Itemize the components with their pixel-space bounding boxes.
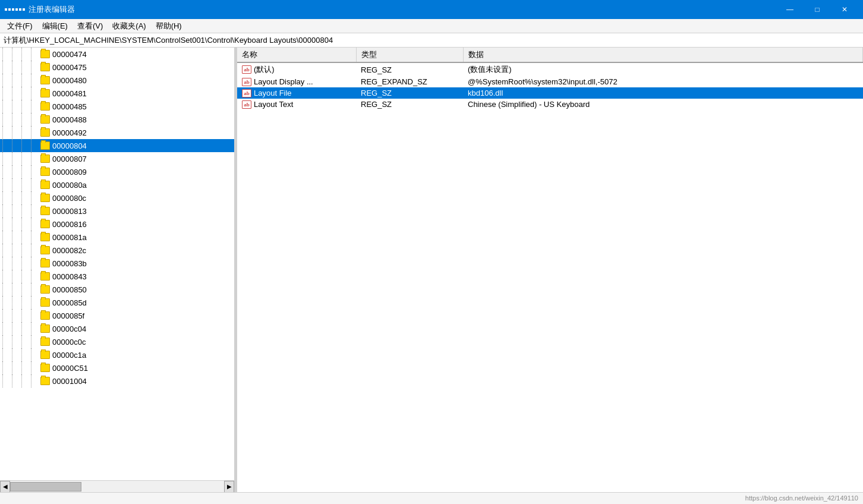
col-header-name[interactable]: 名称: [237, 48, 356, 62]
folder-icon: [40, 115, 50, 124]
vert-line-3: [31, 361, 40, 374]
tree-item[interactable]: 00000804: [0, 139, 234, 152]
table-header-row: 名称 类型 数据: [237, 48, 863, 62]
tree-item[interactable]: 00000C51: [0, 361, 234, 374]
folder-icon: [40, 351, 50, 359]
maximize-button[interactable]: □: [804, 0, 831, 19]
close-button[interactable]: ✕: [831, 0, 858, 19]
scroll-right-btn[interactable]: ▶: [224, 481, 234, 493]
vert-line-1: [12, 139, 21, 152]
vert-line-1: [12, 335, 21, 348]
vert-line-3: [31, 74, 40, 87]
tree-item[interactable]: 0000080a: [0, 178, 234, 191]
vert-line-1: [12, 100, 21, 113]
menu-file[interactable]: 文件(F): [2, 20, 37, 33]
menu-favorites[interactable]: 收藏夹(A): [108, 20, 150, 33]
reg-value-icon: ab: [242, 100, 251, 109]
vert-line-2: [21, 374, 31, 388]
tree-item[interactable]: 00000492: [0, 126, 234, 139]
tree-item[interactable]: 00000485: [0, 100, 234, 113]
tree-item[interactable]: 00000c1a: [0, 348, 234, 361]
vert-line-2: [21, 165, 31, 178]
tree-item[interactable]: 00000c0c: [0, 335, 234, 348]
table-row[interactable]: abLayout FileREG_SZkbd106.dll: [237, 87, 863, 99]
vert-line-0: [2, 335, 12, 348]
tree-item[interactable]: 0000085f: [0, 309, 234, 322]
table-row[interactable]: ab(默认)REG_SZ(数值未设置): [237, 62, 863, 76]
folder-icon: [40, 338, 50, 346]
tree-item[interactable]: 00000488: [0, 113, 234, 126]
table-row[interactable]: abLayout Display ...REG_EXPAND_SZ@%Syste…: [237, 76, 863, 87]
menu-view[interactable]: 查看(V): [73, 20, 108, 33]
cell-name: abLayout Text: [237, 99, 356, 110]
tree-item[interactable]: 0000081a: [0, 231, 234, 244]
scroll-track[interactable]: [10, 481, 224, 492]
app-icon: [5, 8, 25, 11]
vert-line-2: [21, 348, 31, 361]
cell-type: REG_EXPAND_SZ: [356, 76, 463, 87]
tree-item[interactable]: 00000475: [0, 61, 234, 74]
minimize-button[interactable]: —: [776, 0, 804, 19]
tree-item[interactable]: 00000809: [0, 165, 234, 178]
menu-edit[interactable]: 编辑(E): [37, 20, 73, 33]
tree-item[interactable]: 00000850: [0, 283, 234, 296]
vert-line-3: [31, 218, 40, 231]
folder-icon: [40, 194, 50, 202]
tree-item[interactable]: 00000474: [0, 48, 234, 61]
tree-item[interactable]: 00000843: [0, 270, 234, 283]
scroll-left-btn[interactable]: ◀: [0, 481, 10, 493]
tree-item[interactable]: 0000080c: [0, 191, 234, 204]
tree-label: 00000485: [52, 102, 87, 111]
tree-item[interactable]: 00000480: [0, 74, 234, 87]
tree-hscrollbar[interactable]: ◀ ▶: [0, 480, 234, 492]
vert-line-3: [31, 87, 40, 100]
vert-line-1: [12, 244, 21, 257]
vert-line-0: [2, 231, 12, 244]
tree-item[interactable]: 00001004: [0, 374, 234, 388]
tree-item[interactable]: 00000c04: [0, 322, 234, 335]
vert-line-2: [21, 126, 31, 139]
folder-icon: [40, 311, 50, 320]
vert-line-0: [2, 87, 12, 100]
vert-line-2: [21, 113, 31, 126]
reg-name-label: Layout Display ...: [254, 77, 313, 86]
title-controls: — □ ✕: [776, 0, 858, 19]
vert-line-2: [21, 218, 31, 231]
folder-icon: [40, 377, 50, 385]
vert-line-3: [31, 322, 40, 335]
cell-name: abLayout Display ...: [237, 76, 356, 87]
cell-name: ab(默认): [237, 62, 356, 76]
table-row[interactable]: abLayout TextREG_SZChinese (Simplified) …: [237, 99, 863, 110]
col-header-type[interactable]: 类型: [356, 48, 463, 62]
vert-line-1: [12, 61, 21, 74]
vert-line-0: [2, 61, 12, 74]
vert-line-3: [31, 178, 40, 191]
cell-data: @%SystemRoot%\system32\input.dll,-5072: [463, 76, 863, 87]
tree-item[interactable]: 00000816: [0, 218, 234, 231]
col-header-data[interactable]: 数据: [463, 48, 863, 62]
vert-line-1: [12, 231, 21, 244]
tree-label: 0000080a: [52, 181, 87, 190]
folder-icon: [40, 325, 50, 333]
tree-item[interactable]: 0000082c: [0, 244, 234, 257]
title-text: 注册表编辑器: [29, 4, 75, 15]
vert-line-3: [31, 139, 40, 152]
folder-icon: [40, 128, 50, 137]
vert-line-3: [31, 283, 40, 296]
tree-item[interactable]: 0000085d: [0, 296, 234, 309]
vert-line-0: [2, 270, 12, 283]
tree-item[interactable]: 00000813: [0, 204, 234, 218]
scroll-thumb[interactable]: [10, 482, 81, 492]
tree-scroll[interactable]: 0000047400000475000004800000048100000485…: [0, 48, 234, 480]
tree-item[interactable]: 00000807: [0, 152, 234, 165]
vert-line-3: [31, 257, 40, 270]
vert-line-2: [21, 257, 31, 270]
folder-icon: [40, 141, 50, 150]
menu-help[interactable]: 帮助(H): [151, 20, 187, 33]
tree-label: 00000474: [52, 50, 87, 59]
folder-icon: [40, 364, 50, 372]
vert-line-0: [2, 139, 12, 152]
tree-item[interactable]: 0000083b: [0, 257, 234, 270]
reg-name-label: Layout Text: [254, 100, 293, 109]
tree-item[interactable]: 00000481: [0, 87, 234, 100]
